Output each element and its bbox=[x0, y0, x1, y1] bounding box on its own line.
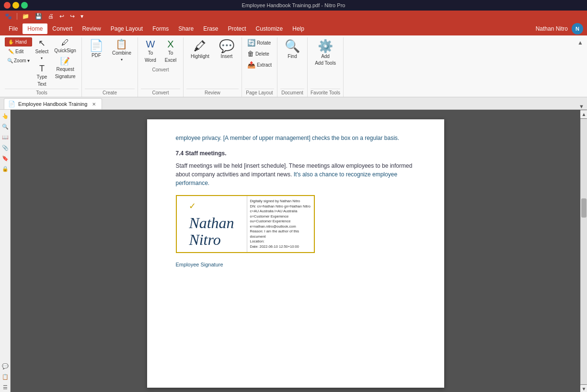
delete-button[interactable]: 🗑 Delete bbox=[245, 48, 274, 59]
select-label: Select bbox=[35, 49, 49, 55]
ribbon-content: ✋ Hand ✏️ Edit 🔍 Zoom ▾ ↖ bbox=[0, 35, 587, 97]
select-button[interactable]: ↖ Select ▾ bbox=[33, 37, 51, 62]
open-button[interactable]: 📁 bbox=[20, 12, 31, 21]
menu-review[interactable]: Review bbox=[77, 23, 105, 34]
document-items: 🔍 Find bbox=[280, 37, 304, 89]
sidebar-icon-attachments[interactable]: 📎 bbox=[1, 143, 10, 152]
left-sidebar: 👆 🔍 📖 📎 🔖 🔒 💬 📋 ☰ bbox=[0, 110, 11, 392]
sig-name-line1: Nathan bbox=[189, 214, 234, 231]
sidebar-icon-fields[interactable]: 📋 bbox=[1, 372, 10, 381]
combine-group: 📋 Combine ▾ bbox=[109, 37, 135, 64]
scroll-down-btn[interactable]: ▼ bbox=[580, 384, 587, 392]
quicksign-icon: 🖊 bbox=[61, 39, 69, 46]
user-avatar[interactable]: N bbox=[572, 23, 583, 35]
pdf-intro-text: employee privacy. [A member of upper man… bbox=[176, 134, 415, 142]
right-scrollbar[interactable]: ▲ ▼ bbox=[580, 110, 587, 392]
sig-name-line2: Nitro bbox=[189, 231, 220, 248]
menu-share[interactable]: Share bbox=[173, 23, 198, 34]
ribbon-group-review: 🖍 Highlight 💬 Insert Review bbox=[184, 37, 242, 97]
rotate-label: Rotate bbox=[257, 40, 271, 46]
quicksign-button[interactable]: 🖊 QuickSign bbox=[52, 37, 79, 55]
zoom-button[interactable]: 🔍 Zoom ▾ bbox=[5, 57, 32, 65]
ribbon-group-favorite: ⚙️ Add Add Tools Favorite Tools bbox=[308, 37, 344, 97]
sidebar-icon-layers[interactable]: ☰ bbox=[1, 383, 10, 392]
tab-bar-expand-btn[interactable]: ▼ bbox=[579, 104, 584, 109]
tools-group-label: Tools bbox=[5, 89, 79, 97]
menu-right: Nathan Nitro N bbox=[536, 23, 587, 35]
ribbon-collapse[interactable]: ▲ bbox=[575, 37, 585, 97]
request-sig-button[interactable]: 📝 Request Signature bbox=[52, 56, 79, 81]
hand-edit-zoom: ✋ Hand ✏️ Edit 🔍 Zoom ▾ bbox=[5, 37, 32, 65]
undo-button[interactable]: ↩ bbox=[58, 12, 66, 21]
menu-help[interactable]: Help bbox=[288, 23, 309, 34]
review-items: 🖍 Highlight 💬 Insert bbox=[186, 37, 239, 89]
review-group-label: Review bbox=[186, 89, 239, 97]
insert-icon: 💬 bbox=[219, 40, 234, 52]
combine-icon: 📋 bbox=[115, 39, 127, 49]
sig-ou: ou=Customer Experience bbox=[250, 219, 311, 224]
add-tools-button[interactable]: ⚙️ Add Add Tools bbox=[311, 37, 340, 68]
menu-customize[interactable]: Customize bbox=[251, 23, 288, 34]
sig-c: c=AU Australia l=AU Australia bbox=[250, 209, 311, 214]
menu-forms[interactable]: Forms bbox=[148, 23, 173, 34]
maximize-button[interactable] bbox=[21, 2, 28, 9]
page-layout-stack: 🔄 Rotate 🗑 Delete 📤 Extract bbox=[245, 37, 274, 70]
redo-button[interactable]: ↪ bbox=[68, 12, 77, 21]
type-text-button[interactable]: T Type Text bbox=[33, 63, 51, 89]
request-sig-label2: Signature bbox=[55, 74, 76, 80]
menu-erase[interactable]: Erase bbox=[198, 23, 223, 34]
to-excel-label2: Excel bbox=[165, 58, 176, 63]
edit-icon: ✏️ bbox=[8, 49, 14, 54]
sidebar-icon-bookmarks[interactable]: 🔖 bbox=[1, 154, 10, 162]
pdf-icon: 📄 bbox=[89, 40, 104, 51]
sidebar-icon-comments[interactable]: 💬 bbox=[1, 362, 10, 370]
close-button[interactable] bbox=[4, 2, 11, 9]
find-button[interactable]: 🔍 Find bbox=[280, 37, 304, 61]
hand-button[interactable]: ✋ Hand bbox=[5, 37, 32, 46]
type-text-label: Type bbox=[37, 74, 47, 80]
save-button[interactable]: 💾 bbox=[33, 12, 44, 21]
quick-access-toolbar: 🐾 📁 💾 🖨 ↩ ↪ ▾ bbox=[0, 11, 587, 22]
sidebar-icon-hand[interactable]: 👆 bbox=[1, 112, 10, 120]
zoom-chevron: ▾ bbox=[27, 58, 30, 63]
to-word-button[interactable]: W To Word bbox=[141, 37, 160, 65]
insert-button[interactable]: 💬 Insert bbox=[215, 37, 239, 61]
scroll-up-btn[interactable]: ▲ bbox=[580, 110, 587, 119]
print-button[interactable]: 🖨 bbox=[46, 12, 56, 21]
pdf-viewer[interactable]: employee privacy. [A member of upper man… bbox=[11, 110, 580, 392]
menu-convert[interactable]: Convert bbox=[47, 23, 77, 34]
main-area: 👆 🔍 📖 📎 🔖 🔒 💬 📋 ☰ employee privacy. [A m… bbox=[0, 110, 587, 392]
sig-reason: Reason: I am the author of this bbox=[250, 229, 311, 234]
delete-icon: 🗑 bbox=[247, 50, 254, 58]
qa-customize-button[interactable]: ▾ bbox=[79, 12, 85, 21]
sig-document: document bbox=[250, 234, 311, 240]
sidebar-icon-pages[interactable]: 📖 bbox=[1, 133, 10, 141]
minimize-button[interactable] bbox=[12, 2, 19, 9]
rotate-button[interactable]: 🔄 Rotate bbox=[245, 37, 274, 48]
convert-group-label: Convert bbox=[141, 89, 180, 97]
menu-home[interactable]: Home bbox=[23, 23, 47, 34]
sig-o: o=Customer Experience bbox=[250, 214, 311, 219]
ribbon-collapse-btn[interactable]: ▲ bbox=[577, 39, 583, 46]
menu-file[interactable]: File bbox=[4, 23, 23, 34]
menu-pagelayout[interactable]: Page Layout bbox=[106, 23, 148, 34]
pdf-button[interactable]: 📄 PDF bbox=[85, 37, 108, 60]
add-tools-label2: Add Tools bbox=[315, 60, 336, 66]
menu-protect[interactable]: Protect bbox=[223, 23, 251, 34]
to-excel-button[interactable]: X To Excel bbox=[161, 37, 180, 65]
zoom-icon: 🔍 bbox=[7, 58, 13, 63]
extract-button[interactable]: 📤 Extract bbox=[245, 59, 274, 70]
find-label: Find bbox=[288, 54, 297, 59]
combine-button[interactable]: 📋 Combine ▾ bbox=[109, 37, 135, 64]
signature-box: ✓ Nathan Nitro Digitally signed by Natha… bbox=[176, 195, 315, 253]
highlight-button[interactable]: 🖍 Highlight bbox=[186, 37, 214, 61]
sidebar-icon-security[interactable]: 🔒 bbox=[1, 164, 10, 173]
tab-close-button[interactable]: ✕ bbox=[92, 102, 96, 107]
document-tab[interactable]: 📄 Employee Handbook Training ✕ bbox=[4, 98, 102, 109]
scroll-thumb[interactable] bbox=[581, 198, 587, 218]
sidebar-icon-search[interactable]: 🔍 bbox=[1, 122, 10, 131]
app-icon[interactable]: 🐾 bbox=[3, 12, 14, 21]
pdf-section-7-4: 7.4 Staff meetings. bbox=[176, 149, 415, 158]
edit-button[interactable]: ✏️ Edit bbox=[5, 47, 32, 56]
ribbon-group-tools: ✋ Hand ✏️ Edit 🔍 Zoom ▾ ↖ bbox=[2, 37, 82, 97]
